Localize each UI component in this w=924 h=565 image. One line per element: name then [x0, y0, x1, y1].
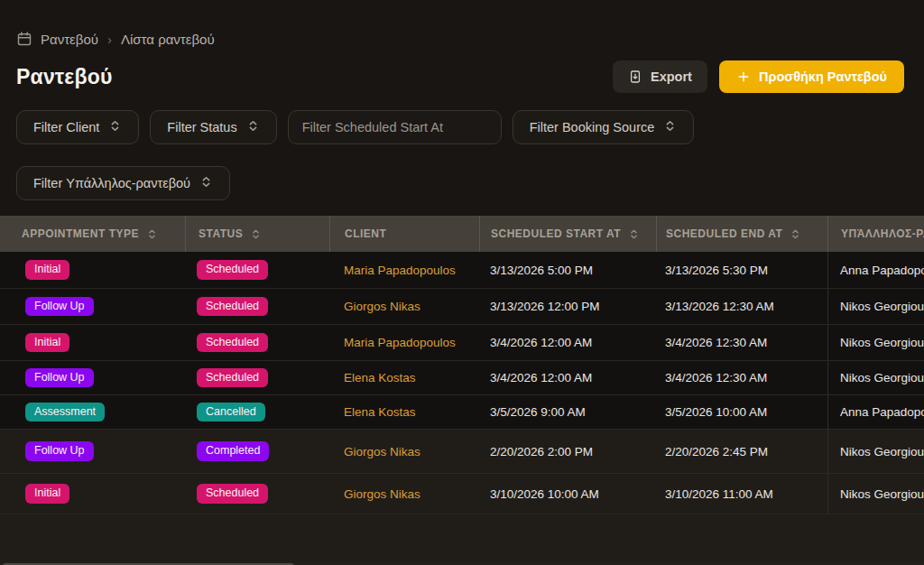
- table-row[interactable]: Follow Up Completed Giorgos Nikas 2/20/2…: [0, 429, 924, 473]
- chevron-up-down-icon: [199, 175, 213, 191]
- table-body: Initial Scheduled Maria Papadopoulos 3/1…: [0, 252, 924, 514]
- table-row[interactable]: Follow Up Scheduled Giorgos Nikas 3/13/2…: [0, 288, 924, 324]
- scheduled-end-cell: 3/4/2026 12:30 AM: [656, 325, 827, 360]
- client-link[interactable]: Giorgos Nikas: [344, 300, 420, 313]
- scheduled-end-cell: 3/4/2026 12:30 AM: [656, 361, 827, 394]
- client-link[interactable]: Giorgos Nikas: [344, 487, 420, 501]
- breadcrumb-separator: ›: [106, 32, 113, 47]
- filter-booking-source-label: Filter Booking Source: [530, 120, 655, 134]
- breadcrumb: Ραντεβού › Λίστα ραντεβού: [16, 31, 904, 47]
- client-link[interactable]: Elena Kostas: [344, 405, 416, 419]
- table-row[interactable]: Initial Scheduled Maria Papadopoulos 3/1…: [0, 252, 924, 288]
- scheduled-end-cell: 3/13/2026 12:30 AM: [656, 289, 827, 324]
- chevron-up-down-icon: [663, 119, 677, 135]
- appointment-type-badge: Assessment: [25, 403, 105, 421]
- breadcrumb-item-list: Λίστα ραντεβού: [121, 32, 215, 47]
- appointment-type-badge: Initial: [25, 333, 69, 352]
- column-label: CLIENT: [345, 227, 386, 240]
- filter-bar: Filter Client Filter Status Filter Booki…: [0, 110, 924, 200]
- appointment-type-badge: Initial: [25, 484, 69, 503]
- scheduled-end-cell: 3/10/2026 11:00 AM: [656, 474, 827, 514]
- column-header-scheduled-start-at[interactable]: SCHEDULED START AT: [479, 216, 656, 252]
- scheduled-start-cell: 3/13/2026 12:00 PM: [479, 289, 656, 324]
- filter-employee[interactable]: Filter Υπάλληλος-ραντεβού: [16, 166, 230, 200]
- scheduled-start-cell: 3/4/2026 12:00 AM: [479, 325, 656, 360]
- filter-booking-source[interactable]: Filter Booking Source: [513, 110, 695, 144]
- table-row[interactable]: Assessment Cancelled Elena Kostas 3/5/20…: [0, 394, 924, 429]
- table-row[interactable]: Follow Up Scheduled Elena Kostas 3/4/202…: [0, 360, 924, 394]
- scheduled-start-cell: 3/13/2026 5:00 PM: [479, 252, 656, 288]
- column-label: STATUS: [199, 227, 243, 240]
- client-link[interactable]: Maria Papadopoulos: [344, 336, 456, 349]
- client-link[interactable]: Giorgos Nikas: [344, 445, 420, 458]
- employee-cell: Nikos Georgiou: [827, 361, 924, 394]
- scheduled-start-cell: 2/20/2026 2:00 PM: [479, 430, 656, 473]
- employee-cell: Nikos Georgiou: [827, 325, 924, 360]
- appointment-type-badge: Follow Up: [25, 441, 94, 460]
- status-badge: Scheduled: [197, 333, 268, 352]
- status-badge: Scheduled: [197, 297, 268, 316]
- appointment-type-badge: Follow Up: [25, 368, 94, 387]
- breadcrumb-item-appointments[interactable]: Ραντεβού: [41, 32, 98, 47]
- status-badge: Cancelled: [197, 403, 265, 421]
- scheduled-start-cell: 3/4/2026 12:00 AM: [479, 361, 656, 394]
- page-title: Ραντεβού: [16, 65, 113, 89]
- appointment-type-badge: Initial: [25, 260, 69, 279]
- filter-client-label: Filter Client: [33, 120, 99, 134]
- client-link[interactable]: Maria Papadopoulos: [344, 264, 456, 277]
- status-badge: Completed: [197, 441, 269, 460]
- employee-cell: Nikos Georgiou: [827, 289, 924, 324]
- filter-status-label: Filter Status: [167, 120, 236, 134]
- column-header-scheduled-end-at[interactable]: SCHEDULED END AT: [656, 216, 827, 252]
- column-header-status[interactable]: STATUS: [185, 216, 329, 252]
- scheduled-end-cell: 2/20/2026 2:45 PM: [656, 430, 827, 473]
- scheduled-end-cell: 3/13/2026 5:30 PM: [656, 252, 827, 288]
- scheduled-start-cell: 3/5/2026 9:00 AM: [479, 395, 656, 429]
- chevron-up-down-icon: [246, 119, 260, 135]
- column-label: SCHEDULED START AT: [491, 227, 621, 240]
- column-header-client: CLIENT: [329, 216, 479, 252]
- status-badge: Scheduled: [197, 484, 268, 503]
- filter-scheduled-start-input[interactable]: [288, 110, 502, 144]
- status-badge: Scheduled: [197, 260, 268, 279]
- appointments-table: APPOINTMENT TYPESTATUSCLIENTSCHEDULED ST…: [0, 216, 924, 565]
- appointment-type-badge: Follow Up: [25, 297, 94, 316]
- create-appointment-button[interactable]: Προσθήκη Ραντεβού: [719, 60, 904, 93]
- column-header-υπάλληλος-ραντεβού: ΥΠΆΛΛΗΛΟΣ-ΡΑΝΤΕΒΟΎ: [827, 216, 924, 252]
- chevron-up-down-icon: [108, 119, 122, 135]
- table-header-row: APPOINTMENT TYPESTATUSCLIENTSCHEDULED ST…: [0, 216, 924, 252]
- export-button-label: Export: [651, 69, 692, 84]
- topbar: Ραντεβού › Λίστα ραντεβού Ραντεβού Expor…: [0, 0, 924, 93]
- calendar-icon: [16, 31, 32, 47]
- employee-cell: Anna Papadopoulou: [827, 395, 924, 429]
- title-row: Ραντεβού Export Προσθήκη Ραντεβού: [16, 60, 904, 93]
- column-header-appointment-type[interactable]: APPOINTMENT TYPE: [0, 216, 185, 252]
- column-label: ΥΠΆΛΛΗΛΟΣ-ΡΑΝΤΕΒΟΎ: [841, 227, 924, 240]
- table-footer: [0, 514, 924, 562]
- employee-cell: Nikos Georgiou: [827, 430, 924, 473]
- filter-client[interactable]: Filter Client: [16, 110, 139, 144]
- table-row[interactable]: Initial Scheduled Giorgos Nikas 3/10/202…: [0, 473, 924, 514]
- column-label: APPOINTMENT TYPE: [22, 227, 139, 240]
- filter-employee-label: Filter Υπάλληλος-ραντεβού: [33, 176, 190, 190]
- scheduled-end-cell: 3/5/2026 10:00 AM: [656, 395, 827, 429]
- status-badge: Scheduled: [197, 368, 268, 387]
- create-appointment-label: Προσθήκη Ραντεβού: [759, 69, 887, 84]
- column-label: SCHEDULED END AT: [666, 227, 782, 240]
- scheduled-start-cell: 3/10/2026 10:00 AM: [479, 474, 656, 514]
- employee-cell: Anna Papadopoulou: [827, 252, 924, 288]
- table-row[interactable]: Initial Scheduled Maria Papadopoulos 3/4…: [0, 324, 924, 360]
- export-button[interactable]: Export: [613, 60, 707, 93]
- document-download-icon: [628, 69, 642, 84]
- filter-status[interactable]: Filter Status: [150, 110, 276, 144]
- client-link[interactable]: Elena Kostas: [344, 371, 416, 384]
- plus-icon: [736, 69, 751, 84]
- employee-cell: Nikos Georgiou: [827, 474, 924, 514]
